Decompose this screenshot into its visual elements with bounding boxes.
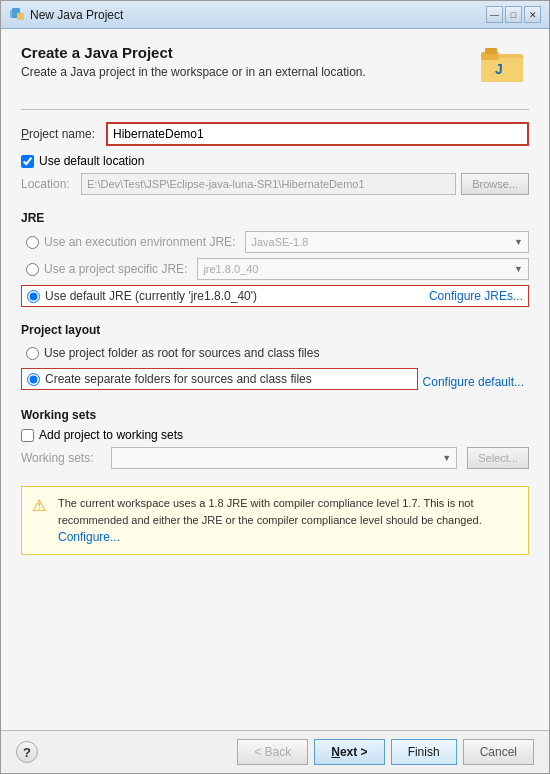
dialog-window: New Java Project — □ ✕ Create a Java Pro…: [0, 0, 550, 774]
jre-option1-radio[interactable]: [26, 236, 39, 249]
add-working-sets-checkbox[interactable]: [21, 429, 34, 442]
header-divider: [21, 109, 529, 110]
layout-option1-radio[interactable]: [26, 347, 39, 360]
jre-section-label: JRE: [21, 211, 529, 225]
header-icon: J: [481, 44, 529, 86]
warning-icon: ⚠: [32, 496, 50, 515]
svg-text:J: J: [495, 61, 503, 77]
jre-option2-dropdown[interactable]: jre1.8.0_40 ▼: [197, 258, 529, 280]
jre-option1-label: Use an execution environment JRE:: [44, 235, 235, 249]
jre-option1-value: JavaSE-1.8: [251, 236, 308, 248]
use-default-location-row: Use default location: [21, 154, 529, 168]
window-icon: [9, 7, 25, 23]
jre-option2-label: Use a project specific JRE:: [44, 262, 187, 276]
warning-configure-link[interactable]: Configure...: [58, 530, 120, 544]
layout-option2-row: Create separate folders for sources and …: [21, 368, 418, 390]
layout-option2-radio[interactable]: [27, 373, 40, 386]
configure-layout-link[interactable]: Configure default...: [423, 375, 529, 389]
close-button[interactable]: ✕: [524, 6, 541, 23]
use-default-location-checkbox[interactable]: [21, 155, 34, 168]
jre-option3-label: Use default JRE (currently 'jre1.8.0_40'…: [45, 289, 257, 303]
layout-section-label: Project layout: [21, 323, 529, 337]
project-name-label: Project name:: [21, 127, 106, 141]
titlebar-left: New Java Project: [9, 7, 123, 23]
location-input[interactable]: [81, 173, 456, 195]
working-sets-dropdown[interactable]: ▼: [111, 447, 457, 469]
cancel-button[interactable]: Cancel: [463, 739, 534, 765]
svg-rect-6: [485, 48, 497, 54]
header-text: Create a Java Project Create a Java proj…: [21, 44, 481, 79]
layout-option1-label: Use project folder as root for sources a…: [44, 346, 319, 360]
titlebar: New Java Project — □ ✕: [1, 1, 549, 29]
jre-option1-dropdown[interactable]: JavaSE-1.8 ▼: [245, 231, 529, 253]
window-title: New Java Project: [30, 8, 123, 22]
jre-option3-radio[interactable]: [27, 290, 40, 303]
jre-option2-radio[interactable]: [26, 263, 39, 276]
page-title: Create a Java Project: [21, 44, 481, 61]
jre-option1-arrow: ▼: [514, 237, 523, 247]
jre-option2-value: jre1.8.0_40: [203, 263, 258, 275]
warning-message: The current workspace uses a 1.8 JRE wit…: [58, 497, 482, 526]
dialog-content: Create a Java Project Create a Java proj…: [1, 29, 549, 730]
jre-option1-row: Use an execution environment JRE: JavaSE…: [21, 231, 529, 253]
jre-option3-row: Use default JRE (currently 'jre1.8.0_40'…: [21, 285, 529, 307]
footer-buttons: < Back Next > Finish Cancel: [237, 739, 534, 765]
dialog-footer: ? < Back Next > Finish Cancel: [1, 730, 549, 773]
add-working-sets-label: Add project to working sets: [39, 428, 183, 442]
jre-option2-arrow: ▼: [514, 264, 523, 274]
location-label: Location:: [21, 177, 81, 191]
minimize-button[interactable]: —: [486, 6, 503, 23]
layout-option2-label: Create separate folders for sources and …: [45, 372, 312, 386]
project-name-input[interactable]: [106, 122, 529, 146]
working-sets-picker-row: Working sets: ▼ Select...: [21, 447, 529, 469]
configure-jres-link[interactable]: Configure JREs...: [429, 289, 523, 303]
warning-box: ⚠ The current workspace uses a 1.8 JRE w…: [21, 486, 529, 555]
layout-option2-container: Create separate folders for sources and …: [21, 368, 529, 395]
location-row: Location: Browse...: [21, 173, 529, 195]
use-default-location-label: Use default location: [39, 154, 144, 168]
spacer: [21, 555, 529, 715]
finish-button[interactable]: Finish: [391, 739, 457, 765]
header-section: Create a Java Project Create a Java proj…: [21, 44, 529, 86]
browse-button[interactable]: Browse...: [461, 173, 529, 195]
warning-text: The current workspace uses a 1.8 JRE wit…: [58, 495, 518, 546]
help-button[interactable]: ?: [16, 741, 38, 763]
project-name-row: Project name:: [21, 122, 529, 146]
working-sets-arrow: ▼: [442, 453, 451, 463]
layout-option1-row: Use project folder as root for sources a…: [21, 343, 529, 363]
svg-rect-2: [17, 13, 24, 20]
next-button[interactable]: Next >: [314, 739, 384, 765]
select-working-sets-button[interactable]: Select...: [467, 447, 529, 469]
page-subtitle: Create a Java project in the workspace o…: [21, 65, 481, 79]
working-sets-field-label: Working sets:: [21, 451, 101, 465]
working-sets-label: Working sets: [21, 408, 529, 422]
titlebar-buttons[interactable]: — □ ✕: [486, 6, 541, 23]
back-button[interactable]: < Back: [237, 739, 308, 765]
jre-option2-row: Use a project specific JRE: jre1.8.0_40 …: [21, 258, 529, 280]
add-working-sets-row: Add project to working sets: [21, 428, 529, 442]
maximize-button[interactable]: □: [505, 6, 522, 23]
